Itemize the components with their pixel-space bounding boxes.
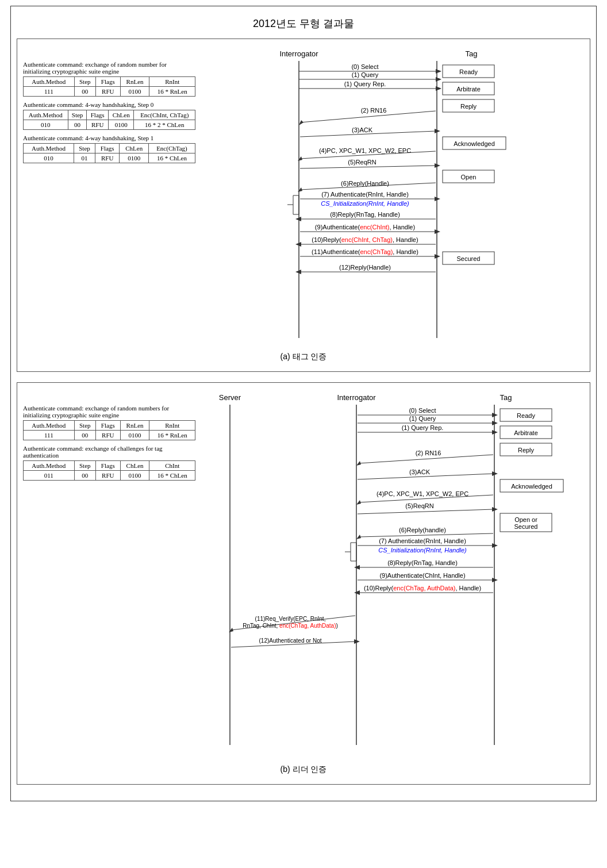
table-desc-a2: Authenticate command: 4-way handshaking,… xyxy=(23,101,195,108)
svg-text:Open: Open xyxy=(461,174,477,180)
svg-text:(8)Reply(RnTag, Handle): (8)Reply(RnTag, Handle) xyxy=(330,211,400,218)
left-panel-b: Authenticate command: exchange of random… xyxy=(23,389,195,759)
left-panel-a: Authenticate command: exchange of random… xyxy=(23,45,195,346)
svg-line-96 xyxy=(358,509,493,514)
svg-text:Acknowledged: Acknowledged xyxy=(511,483,552,490)
svg-marker-28 xyxy=(298,156,302,161)
svg-text:(9)Authenticate(enc(ChInt), Ha: (9)Authenticate(enc(ChInt), Handle) xyxy=(315,224,415,231)
svg-text:Secured: Secured xyxy=(457,255,481,262)
svg-marker-77 xyxy=(492,413,498,417)
svg-marker-57 xyxy=(435,254,440,259)
svg-text:(7) Authenticate(RnInt, Handle: (7) Authenticate(RnInt, Handle) xyxy=(379,537,466,544)
svg-text:Ready: Ready xyxy=(459,68,478,75)
svg-marker-51 xyxy=(435,229,440,234)
svg-text:Reply: Reply xyxy=(460,103,477,110)
svg-text:(0) Select: (0) Select xyxy=(409,407,436,414)
svg-text:Acknowledged: Acknowledged xyxy=(454,140,495,147)
svg-text:(5)ReqRN: (5)ReqRN xyxy=(405,502,434,509)
svg-text:(7) Authenticate(RnInt, Handle: (7) Authenticate(RnInt, Handle) xyxy=(321,191,409,198)
svg-marker-36 xyxy=(298,187,302,192)
cmd-table-b1: Auth.MethodStepFlagsRnLenRnInt 11100RFU0… xyxy=(23,420,195,440)
svg-marker-54 xyxy=(295,242,301,247)
svg-text:CS_Initialization(RnInt, Handl: CS_Initialization(RnInt, Handle) xyxy=(378,547,467,554)
svg-text:Secured: Secured xyxy=(514,523,538,530)
svg-marker-62 xyxy=(295,270,301,274)
svg-text:Open or: Open or xyxy=(514,516,537,523)
diagram-panel-a: Interrogator Tag Ready Arbitrate Reply xyxy=(195,45,584,346)
svg-marker-83 xyxy=(492,430,498,435)
svg-text:(1) Query Rep.: (1) Query Rep. xyxy=(402,424,444,431)
svg-text:(3)ACK: (3)ACK xyxy=(409,468,431,475)
svg-marker-31 xyxy=(435,163,440,168)
svg-marker-17 xyxy=(436,86,441,91)
svg-text:(4)PC, XPC_W1, XPC_W2, EPC: (4)PC, XPC_W1, XPC_W2, EPC xyxy=(319,147,411,154)
svg-marker-115 xyxy=(354,565,360,570)
section-label-b: (b) 리더 인증 xyxy=(23,765,584,775)
svg-marker-111 xyxy=(492,543,498,548)
svg-line-102 xyxy=(359,533,493,537)
diagram-area-a: Authenticate command: exchange of random… xyxy=(23,45,584,346)
svg-marker-14 xyxy=(436,77,441,82)
svg-marker-80 xyxy=(492,421,498,425)
svg-text:RnTag, ChInt, enc(ChTag, AuthD: RnTag, ChInt, enc(ChTag, AuthData)) xyxy=(243,623,338,629)
svg-marker-11 xyxy=(436,69,441,74)
svg-marker-118 xyxy=(492,578,498,582)
diagram-panel-b: Server Interrogator Tag Ready Arbitrate xyxy=(195,389,586,759)
svg-text:(10)Reply(enc(ChTag, AuthData): (10)Reply(enc(ChTag, AuthData), Handle) xyxy=(364,585,481,592)
page-title: 2012년도 무형 결과물 xyxy=(17,12,590,39)
svg-text:(0) Select: (0) Select xyxy=(351,63,378,70)
svg-text:Reply: Reply xyxy=(518,447,535,454)
svg-text:(2) RN16: (2) RN16 xyxy=(416,450,441,456)
svg-text:(3)ACK: (3)ACK xyxy=(352,126,373,133)
svg-line-30 xyxy=(300,166,436,168)
svg-text:(1) Query Rep.: (1) Query Rep. xyxy=(344,80,386,87)
table-desc-a1: Authenticate command: exchange of random… xyxy=(23,61,195,75)
svg-marker-103 xyxy=(356,535,361,539)
svg-text:Arbitrate: Arbitrate xyxy=(514,429,538,436)
svg-text:(1) Query: (1) Query xyxy=(352,71,379,78)
svg-marker-23 xyxy=(435,129,440,133)
page-container: 2012년도 무형 결과물 Authenticate command: exch… xyxy=(10,6,597,801)
svg-text:(12)Authenticated or Not: (12)Authenticated or Not xyxy=(259,637,322,644)
svg-marker-121 xyxy=(354,590,360,595)
svg-text:Arbitrate: Arbitrate xyxy=(456,86,481,93)
cmd-table-b2: Auth.MethodStepFlagsChLenChInt 01100RFU0… xyxy=(23,460,195,481)
svg-text:(2) RN16: (2) RN16 xyxy=(361,107,387,114)
svg-marker-44 xyxy=(435,197,440,201)
cmd-table-a2: Auth.MethodStepFlagsChLenEnc(ChInt, ChTa… xyxy=(23,110,195,130)
table-desc-a3: Authenticate command: 4-way handshaking,… xyxy=(23,135,195,141)
svg-text:Interrogator: Interrogator xyxy=(279,49,318,58)
svg-text:(12)Reply(Handle): (12)Reply(Handle) xyxy=(339,264,391,271)
svg-marker-128 xyxy=(354,639,360,644)
svg-text:(5)ReqRN: (5)ReqRN xyxy=(348,159,377,166)
svg-text:Tag: Tag xyxy=(500,393,512,402)
svg-text:(11)Req_Verify(EPC, RnInt,: (11)Req_Verify(EPC, RnInt, xyxy=(255,616,326,622)
svg-marker-89 xyxy=(492,471,498,476)
table-desc-b2: Authenticate command: exchange of challe… xyxy=(23,445,195,459)
svg-text:(1) Query: (1) Query xyxy=(409,415,436,422)
svg-text:Tag: Tag xyxy=(466,49,478,58)
svg-marker-97 xyxy=(492,507,498,512)
diagram-svg-a: Interrogator Tag Ready Arbitrate Reply xyxy=(195,45,529,344)
section-b: Authenticate command: exchange of random… xyxy=(17,382,590,785)
svg-text:(10)Reply(enc(ChInt, ChTag), H: (10)Reply(enc(ChInt, ChTag), Handle) xyxy=(312,236,418,243)
table-desc-b1: Authenticate command: exchange of random… xyxy=(23,405,195,418)
svg-text:(8)Reply(RnTag, Handle): (8)Reply(RnTag, Handle) xyxy=(387,559,458,566)
svg-text:(6)Reply(Handle): (6)Reply(Handle) xyxy=(341,180,389,187)
svg-marker-48 xyxy=(295,217,301,221)
svg-marker-86 xyxy=(356,461,361,466)
svg-text:(11)Authenticate(enc(ChTag), H: (11)Authenticate(enc(ChTag), Handle) xyxy=(312,248,418,255)
svg-text:Ready: Ready xyxy=(517,412,535,419)
section-a: Authenticate command: exchange of random… xyxy=(17,39,590,372)
svg-text:CS_Initialization(RnInt, Handl: CS_Initialization(RnInt, Handle) xyxy=(321,200,409,207)
svg-text:(6)Reply(handle): (6)Reply(handle) xyxy=(399,527,446,533)
cmd-table-a3: Auth.MethodStepFlagsChLenEnc(ChTag) 0100… xyxy=(23,143,195,163)
svg-marker-94 xyxy=(356,500,361,505)
section-label-a: (a) 태그 인증 xyxy=(23,352,584,362)
svg-text:Interrogator: Interrogator xyxy=(337,393,376,402)
svg-text:(4)PC, XPC_W1, XPC_W2, EPC: (4)PC, XPC_W1, XPC_W2, EPC xyxy=(377,490,468,497)
svg-marker-124 xyxy=(229,628,233,632)
svg-marker-20 xyxy=(299,120,304,125)
svg-text:(9)Authenticate(ChInt, Handle): (9)Authenticate(ChInt, Handle) xyxy=(379,572,465,579)
svg-text:Server: Server xyxy=(219,393,241,402)
